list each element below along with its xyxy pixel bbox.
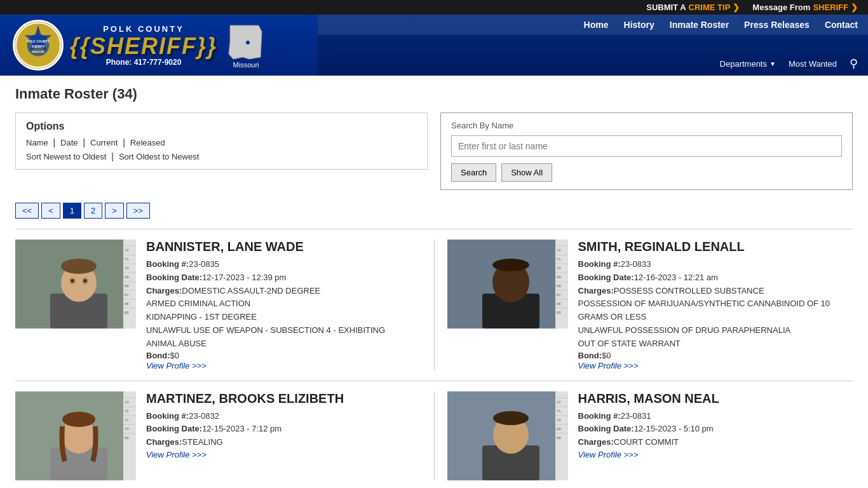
inmate-bond-smith: Bond:$0 (578, 351, 853, 360)
state-label: Missouri (233, 61, 259, 69)
missouri-map-svg (224, 22, 268, 64)
chevron-down-icon: ▼ (770, 60, 776, 67)
options-link-released[interactable]: Released (130, 138, 165, 147)
inmate-info-martinez: MARTINEZ, BROOKS ELIZIBETH Booking #:23-… (146, 391, 421, 480)
most-wanted-link[interactable]: Most Wanted (789, 59, 837, 69)
svg-text:68: 68 (557, 284, 561, 288)
view-profile-bannister[interactable]: View Profile >>> (146, 361, 207, 370)
svg-point-27 (61, 259, 97, 274)
show-all-button[interactable]: Show All (501, 163, 552, 182)
mugshot-martinez: 73 72 71 70 69 (15, 391, 136, 480)
svg-text:71: 71 (125, 257, 129, 261)
svg-text:70: 70 (557, 418, 561, 422)
message-highlight: SHERIFF (813, 3, 848, 12)
options-link-date[interactable]: Date (60, 138, 78, 147)
view-profile-martinez[interactable]: View Profile >>> (146, 450, 207, 459)
svg-text:72: 72 (125, 248, 129, 252)
inmate-divider-1 (434, 240, 435, 370)
sheriff-badge: POLK COUNTY SHERIFF MISSOURI (13, 20, 64, 71)
sort-links: Sort Newest to Oldest | Sort Oldest to N… (26, 151, 417, 161)
inmate-row-2: 73 72 71 70 69 (15, 381, 853, 488)
logo-text: POLK COUNTY {{SHERIFF}} Phone: 417-777-9… (70, 24, 217, 67)
options-title: Options (26, 121, 417, 132)
booking-date-label-1: Booking Date: (146, 273, 202, 282)
page-prev[interactable]: < (41, 203, 60, 219)
search-button[interactable]: Search (451, 163, 496, 182)
search-icon: ⚲ (850, 57, 858, 70)
options-link-name[interactable]: Name (26, 138, 48, 147)
sort-newest-link[interactable]: Sort Newest to Oldest (26, 152, 106, 161)
inmate-bond-bannister: Bond:$0 (146, 351, 421, 360)
svg-text:70: 70 (557, 266, 561, 270)
page-first[interactable]: << (15, 203, 39, 219)
message-arrow: ❯ (851, 3, 858, 12)
options-box: Options Name | Date | Current | Released… (15, 112, 428, 170)
nav-bottom: Departments ▼ Most Wanted ⚲ (318, 51, 868, 76)
inmate-info-bannister: BANNISTER, LANE WADE Booking #:23-0835 B… (146, 240, 421, 370)
svg-point-6 (246, 41, 250, 44)
logo-area: POLK COUNTY SHERIFF MISSOURI POLK COUNTY… (0, 15, 318, 76)
departments-dropdown-button[interactable]: Departments ▼ (720, 59, 776, 69)
search-box-title: Search By Name (451, 121, 842, 130)
submit-tip-highlight: CRIME TIP (689, 3, 731, 12)
page-2[interactable]: 2 (84, 203, 102, 219)
svg-text:73: 73 (125, 400, 129, 404)
svg-text:POLK COUNTY: POLK COUNTY (27, 40, 50, 43)
svg-point-30 (71, 279, 74, 283)
submit-tip-link[interactable]: SUBMIT A CRIME TIP ❯ (646, 3, 740, 12)
charges-label-4: Charges: (578, 437, 614, 447)
svg-text:70: 70 (125, 427, 129, 431)
inmate-detail-smith: Booking #:23-0833 Booking Date:12-16-202… (578, 258, 853, 351)
page-1[interactable]: 1 (63, 203, 81, 219)
inmate-info-smith: SMITH, REGINALD LENALL Booking #:23-0833… (578, 240, 853, 370)
nav-history[interactable]: History (624, 20, 654, 30)
sep2: | (83, 137, 88, 147)
site-search-button[interactable]: ⚲ (850, 57, 858, 71)
search-name-input[interactable] (451, 135, 842, 157)
sort-sep: | (111, 151, 116, 161)
svg-point-31 (83, 279, 87, 283)
view-profile-smith[interactable]: View Profile >>> (578, 361, 639, 370)
nav-home[interactable]: Home (584, 20, 609, 30)
top-bar: SUBMIT A CRIME TIP ❯ Message From SHERIF… (0, 0, 868, 15)
options-link-current[interactable]: Current (90, 138, 118, 147)
nav-top: Home History Inmate Roster Press Release… (318, 15, 868, 35)
inmate-name-harris: HARRIS, MASON NEAL (578, 391, 853, 406)
nav-inmate-roster[interactable]: Inmate Roster (670, 20, 729, 30)
mugshot-smith: 72 71 70 69 68 67 66 65 (447, 240, 568, 329)
svg-text:72: 72 (557, 248, 561, 252)
svg-text:72: 72 (125, 409, 129, 413)
page-title: Inmate Roster (34) (15, 86, 853, 102)
mugshot-bannister: 72 71 70 69 68 67 66 65 (15, 240, 136, 329)
svg-point-67 (62, 412, 95, 427)
nav-area: Home History Inmate Roster Press Release… (318, 15, 868, 76)
charges-smith: POSSESS CONTROLLED SUBSTANCE POSSESSION … (578, 286, 831, 348)
pagination: << < 1 2 > >> (15, 203, 853, 219)
logo-phone: Phone: 417-777-9020 (106, 58, 182, 67)
svg-text:71: 71 (557, 409, 561, 413)
booking-date-label-2: Booking Date: (578, 273, 634, 282)
logo-county-name: POLK COUNTY (103, 24, 184, 34)
inmate-list: 72 71 70 69 68 67 66 65 (15, 229, 853, 488)
submit-tip-prefix: SUBMIT A (646, 3, 686, 12)
inmate-name-smith: SMITH, REGINALD LENALL (578, 240, 853, 254)
inmate-detail-martinez: Booking #:23-0832 Booking Date:12-15-202… (146, 410, 421, 449)
inmate-info-harris: HARRIS, MASON NEAL Booking #:23-0831 Boo… (578, 391, 853, 480)
inmate-card-harris: 72 71 70 69 68 HARRIS, (447, 391, 853, 480)
nav-contact[interactable]: Contact (825, 20, 858, 30)
sort-oldest-link[interactable]: Sort Oldest to Newest (119, 152, 199, 161)
nav-press-releases[interactable]: Press Releases (744, 20, 810, 30)
svg-text:69: 69 (125, 436, 129, 440)
page-next[interactable]: > (105, 203, 124, 219)
message-from-sheriff-link[interactable]: Message From SHERIFF ❯ (752, 3, 858, 12)
page-last[interactable]: >> (126, 203, 150, 219)
svg-text:SHERIFF: SHERIFF (32, 45, 45, 48)
svg-text:68: 68 (557, 436, 561, 440)
view-profile-harris[interactable]: View Profile >>> (578, 450, 639, 459)
booking-num-label-4: Booking #: (578, 411, 621, 421)
site-header: POLK COUNTY SHERIFF MISSOURI POLK COUNTY… (0, 15, 868, 76)
svg-text:71: 71 (125, 418, 129, 422)
inmate-name-martinez: MARTINEZ, BROOKS ELIZIBETH (146, 391, 421, 406)
booking-num-label-2: Booking #: (578, 259, 621, 269)
search-buttons: Search Show All (451, 163, 842, 182)
